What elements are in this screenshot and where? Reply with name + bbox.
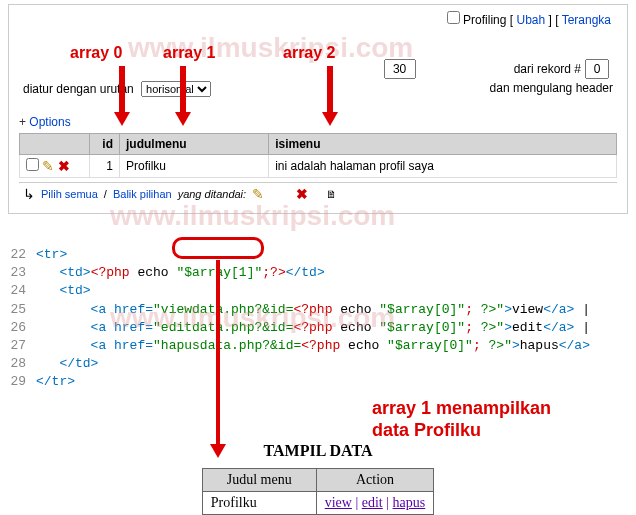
annotation-right: array 1 menampilkan data Profilku <box>372 398 551 441</box>
ubah-link[interactable]: Ubah <box>516 13 545 27</box>
tools-header <box>20 134 90 155</box>
output-title: TAMPIL DATA <box>0 442 636 460</box>
annotation-array2: array 2 <box>283 44 336 62</box>
annotation-array1: array 1 <box>163 44 216 62</box>
select-actions-row: ↳ Pilih semua / Balik pilihan yang ditan… <box>19 182 617 205</box>
out-cell-judul: Profilku <box>202 491 316 514</box>
cell-id: 1 <box>90 155 120 178</box>
terangka-link[interactable]: Terangka <box>562 13 611 27</box>
row-checkbox[interactable] <box>26 158 39 171</box>
col-isimenu[interactable]: isimenu <box>269 134 617 155</box>
profiling-label: Profiling <box>463 13 506 27</box>
data-table: id judulmenu isimenu ✎ ✖ 1 Profilku ini … <box>19 133 617 178</box>
rows-input[interactable] <box>384 59 416 79</box>
circle-annotation <box>172 237 264 259</box>
layout-controls: diatur dengan urutan horisontal dan meng… <box>19 81 617 103</box>
output-header-row: Judul menu Action <box>202 468 433 491</box>
col-judulmenu[interactable]: judulmenu <box>120 134 269 155</box>
start-input[interactable] <box>585 59 609 79</box>
mengulang-label: dan mengulang header <box>490 81 613 95</box>
pilih-semua-link[interactable]: Pilih semua <box>41 188 98 200</box>
export-icon[interactable]: 🗎 <box>326 188 337 200</box>
profiling-checkbox[interactable] <box>447 11 460 24</box>
phpmyadmin-panel: Profiling [ Ubah ] [ Terangka dari rekor… <box>8 4 628 214</box>
code-block: 22<tr> 23 <td><?php echo "$array[1]";?><… <box>8 246 628 392</box>
cell-isi: ini adalah halaman profil saya <box>269 155 617 178</box>
edit-selected-icon[interactable]: ✎ <box>252 186 264 202</box>
yang-ditandai-label: yang ditandai: <box>178 188 247 200</box>
table-header-row: id judulmenu isimenu <box>20 134 617 155</box>
out-hapus-link[interactable]: hapus <box>393 495 426 510</box>
arrow-up-icon: ↳ <box>23 186 35 202</box>
balik-pilihan-link[interactable]: Balik pilihan <box>113 188 172 200</box>
out-edit-link[interactable]: edit <box>362 495 383 510</box>
edit-icon[interactable]: ✎ <box>42 158 54 174</box>
col-id[interactable]: id <box>90 134 120 155</box>
output-block: TAMPIL DATA Judul menu Action Profilku v… <box>0 442 636 515</box>
out-cell-action: view | edit | hapus <box>316 491 434 514</box>
order-select[interactable]: horisontal <box>141 81 211 97</box>
output-row: Profilku view | edit | hapus <box>202 491 433 514</box>
options-link[interactable]: Options <box>19 113 617 131</box>
diatur-label: diatur dengan urutan <box>23 82 134 96</box>
annotation-array0: array 0 <box>70 44 123 62</box>
delete-selected-icon[interactable]: ✖ <box>296 186 308 202</box>
output-table: Judul menu Action Profilku view | edit |… <box>202 468 434 515</box>
row-tools: ✎ ✖ <box>20 155 90 178</box>
dari-rekord-label: dari rekord # <box>514 62 581 76</box>
out-view-link[interactable]: view <box>325 495 352 510</box>
out-col-judul: Judul menu <box>202 468 316 491</box>
profiling-row: Profiling [ Ubah ] [ Terangka <box>19 9 617 29</box>
out-col-action: Action <box>316 468 434 491</box>
delete-icon[interactable]: ✖ <box>58 158 70 174</box>
table-row: ✎ ✖ 1 Profilku ini adalah halaman profil… <box>20 155 617 178</box>
cell-judul: Profilku <box>120 155 269 178</box>
